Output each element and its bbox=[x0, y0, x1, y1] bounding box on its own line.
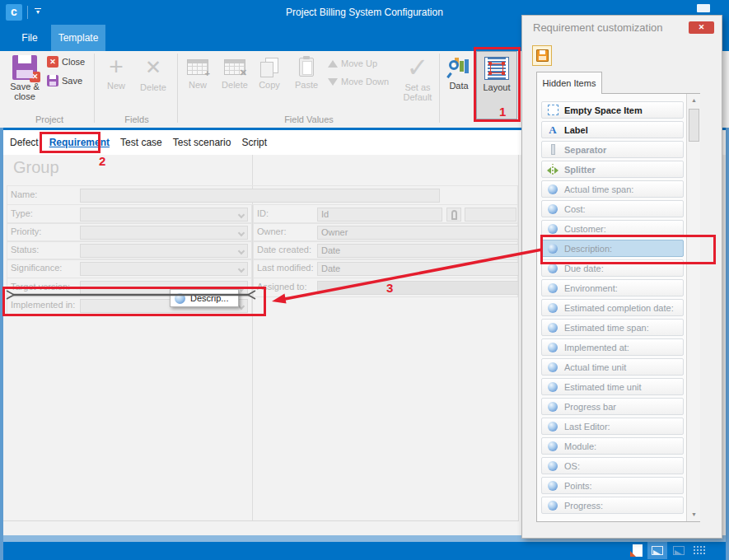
application-window: c ▾ Project Billing System Configuration… bbox=[0, 0, 729, 560]
hidden-item-label: Actual time unit bbox=[564, 362, 626, 372]
hidden-item-splitter[interactable]: Splitter bbox=[541, 161, 684, 178]
significance-combo[interactable] bbox=[80, 262, 248, 276]
paste-icon bbox=[299, 58, 314, 77]
hidden-item-estimated-time-unit[interactable]: Estimated time unit bbox=[541, 378, 684, 395]
hidden-item-label: Environment: bbox=[564, 283, 618, 293]
form-row-cell: Owner:Owner bbox=[253, 222, 518, 242]
hidden-item-label: Progress: bbox=[564, 501, 603, 511]
hidden-item-separator[interactable]: Separator bbox=[541, 141, 684, 158]
status-bar bbox=[0, 542, 729, 560]
copy-icon bbox=[260, 58, 278, 77]
id-extra-field[interactable] bbox=[465, 208, 516, 222]
chevron-down-icon bbox=[238, 248, 245, 254]
panel-close-button[interactable]: ✕ bbox=[689, 21, 714, 34]
fields-new-label: New bbox=[99, 81, 133, 91]
panel-save-button[interactable] bbox=[532, 45, 552, 66]
close-button[interactable]: ✕ Close bbox=[47, 56, 85, 68]
hidden-item-label[interactable]: ALabel bbox=[541, 121, 684, 138]
plus-icon: + bbox=[99, 53, 133, 81]
doc-tab-script[interactable]: Script bbox=[241, 137, 267, 148]
field-values-group-label: Field Values bbox=[180, 114, 437, 124]
hidden-item-estimated-completion-date[interactable]: Estimated completion date: bbox=[541, 299, 684, 316]
hidden-item-actual-time-span[interactable]: Actual time span: bbox=[541, 180, 684, 198]
data-button[interactable]: Data bbox=[443, 53, 474, 91]
project-group-label: Project bbox=[5, 114, 94, 124]
status-image-icon[interactable] bbox=[673, 546, 685, 555]
save-label: Save bbox=[62, 76, 82, 86]
hidden-item-os[interactable]: OS: bbox=[541, 457, 684, 474]
form-row-cell: Name: bbox=[7, 185, 518, 205]
last-modified-field[interactable]: Date bbox=[317, 262, 519, 276]
date-created-field[interactable]: Date bbox=[317, 244, 519, 258]
chevron-down-icon bbox=[238, 212, 245, 218]
hidden-item-implemented-at[interactable]: Implemented at: bbox=[541, 338, 684, 356]
doc-tab-test-scenario[interactable]: Test scenario bbox=[173, 137, 231, 148]
hidden-item-progress-bar[interactable]: Progress bar bbox=[541, 398, 684, 415]
hidden-item-label: Module: bbox=[564, 441, 596, 451]
save-button[interactable]: Save bbox=[47, 75, 82, 86]
hidden-item-estimated-time-span[interactable]: Estimated time span: bbox=[541, 319, 684, 336]
status-image-active-icon[interactable] bbox=[647, 542, 667, 559]
hidden-item-points[interactable]: Points: bbox=[541, 477, 684, 494]
priority-combo[interactable] bbox=[80, 226, 248, 240]
form-row-cell: Type: bbox=[7, 204, 252, 224]
hidden-item-empty-space-item[interactable]: Empty Space Item bbox=[541, 101, 684, 119]
tab-template[interactable]: Template bbox=[51, 25, 105, 51]
paste-button: Paste bbox=[288, 53, 325, 90]
status-notes-icon[interactable] bbox=[633, 544, 643, 557]
save-and-close-button[interactable]: ✕ Save & close bbox=[5, 53, 44, 112]
status-combo[interactable] bbox=[80, 244, 248, 258]
id-field[interactable]: Id bbox=[317, 208, 442, 222]
close-label: Close bbox=[62, 57, 85, 67]
field-label: Last modified: bbox=[257, 263, 313, 273]
hidden-item-label: Progress bar bbox=[564, 402, 616, 412]
annotation-number-1: 1 bbox=[499, 105, 506, 119]
data-icon bbox=[447, 54, 470, 79]
scroll-up-icon[interactable]: ▲ bbox=[687, 94, 701, 107]
owner-field[interactable]: Owner bbox=[317, 226, 519, 240]
annotation-box-3 bbox=[2, 287, 266, 316]
sphere-icon bbox=[545, 303, 560, 313]
label-icon: A bbox=[545, 124, 560, 137]
hidden-items-list: Empty Space ItemALabelSeparatorSplitterA… bbox=[536, 93, 700, 522]
paperclip-icon bbox=[451, 210, 457, 220]
group-separator bbox=[177, 54, 178, 123]
panel-title: Requirement customization bbox=[533, 21, 663, 34]
table-delete-icon: ✕ bbox=[224, 59, 245, 75]
doc-tab-defect[interactable]: Defect bbox=[10, 137, 39, 148]
values-delete-label: Delete bbox=[217, 80, 253, 90]
assigned-to-field[interactable] bbox=[317, 281, 519, 295]
scroll-down-icon[interactable]: ▼ bbox=[687, 508, 701, 521]
group-separator bbox=[94, 54, 95, 123]
tab-file[interactable]: File bbox=[8, 25, 51, 51]
sphere-icon bbox=[545, 343, 560, 352]
hidden-item-module[interactable]: Module: bbox=[541, 437, 684, 455]
sphere-icon bbox=[545, 481, 560, 491]
customization-panel: Requirement customization ✕ Hidden Items… bbox=[521, 15, 722, 539]
name-input[interactable] bbox=[80, 189, 440, 203]
annotation-box-2 bbox=[40, 132, 100, 153]
doc-tab-test-case[interactable]: Test case bbox=[120, 137, 162, 148]
scroll-thumb[interactable] bbox=[689, 109, 699, 142]
hidden-item-actual-time-unit[interactable]: Actual time unit bbox=[541, 358, 684, 376]
hidden-item-environment[interactable]: Environment: bbox=[541, 279, 684, 296]
chevron-down-icon bbox=[238, 266, 245, 273]
hidden-item-label: Due date: bbox=[564, 264, 604, 273]
hidden-item-last-editor[interactable]: Last Editor: bbox=[541, 418, 684, 435]
arrow-down-icon bbox=[328, 78, 338, 86]
hidden-item-progress[interactable]: Progress: bbox=[541, 497, 684, 514]
type-combo[interactable] bbox=[80, 208, 248, 222]
hidden-items-tab[interactable]: Hidden Items bbox=[536, 72, 602, 94]
content-bottom-border bbox=[3, 520, 519, 521]
field-label: Name: bbox=[11, 189, 37, 199]
hidden-item-cost[interactable]: Cost: bbox=[541, 200, 684, 217]
sphere-icon bbox=[545, 501, 560, 511]
form-row-cell: Date created:Date bbox=[253, 240, 518, 260]
list-scrollbar[interactable]: ▲ ▼ bbox=[686, 94, 700, 521]
hidden-item-label: Estimated completion date: bbox=[564, 303, 674, 313]
paperclip-button[interactable] bbox=[446, 208, 461, 222]
hidden-item-label: Splitter bbox=[564, 165, 596, 175]
form-row-cell: Status: bbox=[7, 240, 252, 260]
hidden-item-label: Actual time span: bbox=[564, 184, 633, 194]
status-grip-icon bbox=[693, 545, 706, 556]
